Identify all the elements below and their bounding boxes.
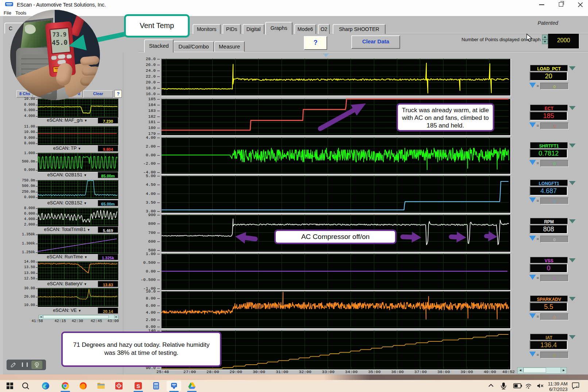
- pid-label-iat[interactable]: IAT: [530, 334, 568, 340]
- pid-label-vss[interactable]: VSS: [530, 257, 568, 263]
- left-scrollbar-right-arrow[interactable]: ►: [114, 315, 118, 318]
- mini-dropdown-icon[interactable]: ▼: [84, 201, 87, 205]
- pid-alarm-icon-sparkadv[interactable]: [529, 313, 536, 318]
- tab-digital[interactable]: Digital: [243, 24, 264, 34]
- pid-label-sparkadv[interactable]: SPARKADV: [530, 295, 568, 302]
- mini-channel-label-o2b1s2[interactable]: eSCAN: O2B1S2 ▼: [38, 200, 96, 205]
- main-time-label: 32:00: [297, 369, 314, 374]
- drive-icon[interactable]: [187, 381, 196, 390]
- mini-tick-dash: [36, 214, 38, 214]
- mini-tick-dash: [36, 132, 38, 133]
- pid-alarm-icon-rpm[interactable]: [529, 236, 536, 241]
- left-clear-button[interactable]: Clear: [83, 90, 113, 98]
- search-icon[interactable]: [21, 381, 30, 390]
- main-scrollbar[interactable]: ◄ ►: [517, 367, 567, 374]
- tab-o2[interactable]: O2: [318, 24, 330, 34]
- notification-icon[interactable]: [571, 382, 581, 391]
- chrome-icon[interactable]: [61, 381, 70, 390]
- calculator-icon[interactable]: [152, 381, 160, 390]
- edge-icon[interactable]: [41, 381, 50, 390]
- mini-tick-dash: [36, 186, 38, 187]
- start-icon[interactable]: [5, 381, 14, 390]
- camera-button[interactable]: [31, 361, 42, 369]
- mini-dropdown-icon[interactable]: ▼: [78, 309, 81, 313]
- mini-tick-label: 12.50: [11, 277, 35, 281]
- points-spinner-up[interactable]: [542, 35, 548, 39]
- pid-alarm-icon-ect[interactable]: [529, 122, 536, 128]
- mini-dropdown-icon[interactable]: ▼: [78, 147, 81, 150]
- left-scrollbar-thumb[interactable]: [43, 315, 109, 318]
- pid-dropdown-icon-rpm[interactable]: [569, 219, 576, 223]
- mini-channel-label-runtime[interactable]: eSCAN: RunTime ▼: [38, 254, 96, 259]
- tray-date[interactable]: 6/7/2023: [543, 387, 568, 392]
- mini-channel-label-tp[interactable]: eSCAN: TP ▼: [38, 146, 96, 151]
- tab-sharp-shooter[interactable]: Sharp SHOOTER: [333, 24, 386, 34]
- pid-dropdown-icon-load_pct[interactable]: [569, 66, 576, 70]
- pid-label-ect[interactable]: ECT: [530, 105, 568, 111]
- tray-time[interactable]: 11:39 AM: [543, 381, 568, 387]
- main-time-tick: [467, 367, 467, 369]
- main-panel-load_pct: [161, 58, 511, 96]
- points-value-box[interactable]: 2000: [548, 34, 579, 49]
- snagit-icon[interactable]: S: [134, 381, 143, 390]
- edit-icon[interactable]: [11, 362, 16, 368]
- main-tick-dash: [157, 306, 160, 306]
- pid-dropdown-icon-ect[interactable]: [569, 106, 576, 110]
- explorer-icon[interactable]: [97, 381, 105, 390]
- mini-dropdown-icon[interactable]: ▼: [84, 173, 87, 177]
- minimize-button[interactable]: [539, 4, 544, 5]
- firefox-icon[interactable]: [79, 381, 88, 390]
- tab-graphs[interactable]: Graphs: [265, 22, 293, 35]
- pid-alarm-icon-load_pct[interactable]: [529, 83, 536, 88]
- pause-button[interactable]: [22, 362, 28, 367]
- main-scrollbar-right-arrow[interactable]: ►: [561, 368, 566, 373]
- pid-dropdown-icon-longft1[interactable]: [569, 181, 576, 185]
- mini-channel-label-o2b1s1[interactable]: eSCAN: O2B1S1 ▼: [38, 172, 96, 177]
- pid-alarm-icon-vss[interactable]: [529, 275, 536, 280]
- tab-mode6[interactable]: Mode6: [294, 24, 316, 34]
- pid-dropdown-icon-shrtft1[interactable]: [569, 144, 576, 148]
- main-time-tick: [508, 367, 509, 369]
- clear-data-button[interactable]: Clear Data: [351, 35, 400, 49]
- main-time-tick: [490, 367, 490, 369]
- mini-channel-label-ve[interactable]: eSCAN: VE ▼: [38, 308, 96, 313]
- pid-dropdown-icon-vss[interactable]: [569, 258, 576, 262]
- main-scrollbar-thumb[interactable]: [523, 368, 546, 373]
- mini-channel-label-batteryv[interactable]: eSCAN: BatteryV ▼: [38, 281, 96, 286]
- mini-channel-label-maf-g-s[interactable]: eSCAN: MAF_g/s ▼: [38, 118, 96, 123]
- mini-dropdown-icon[interactable]: ▼: [87, 228, 90, 232]
- pid-dropdown-icon-sparkadv[interactable]: [569, 297, 576, 301]
- pid-label-shrtft1[interactable]: SHRTFT1: [530, 142, 568, 149]
- pivot-icon[interactable]: [115, 381, 123, 390]
- help-button[interactable]: ?: [304, 36, 327, 50]
- pid-label-longft1[interactable]: LONGFT1: [530, 180, 568, 186]
- main-scrollbar-left-arrow[interactable]: ◄: [518, 368, 523, 373]
- points-spinner-down[interactable]: [542, 39, 548, 44]
- main-time-label: 35:00: [365, 369, 383, 374]
- menu-file[interactable]: File: [4, 10, 11, 16]
- pid-alarm-icon-longft1[interactable]: [529, 197, 536, 203]
- main-tick-label: 4.00: [133, 191, 156, 196]
- pid-label-rpm[interactable]: RPM: [530, 218, 568, 224]
- subtab-measure[interactable]: Measure: [214, 41, 245, 52]
- mini-channel-label-totaltrimb1[interactable]: eSCAN: TotalTrimB1 ▼: [38, 227, 96, 232]
- pid-label-load_pct[interactable]: LOAD_PCT: [530, 65, 568, 71]
- subtab-stacked[interactable]: Stacked: [144, 39, 174, 52]
- mini-dropdown-icon[interactable]: ▼: [84, 119, 88, 122]
- left-time-label: 42:30: [69, 319, 85, 323]
- tab-monitors[interactable]: Monitors: [193, 24, 221, 34]
- mini-dropdown-icon[interactable]: ▼: [84, 282, 87, 286]
- left-help-button[interactable]: ?: [115, 90, 122, 98]
- pid-dropdown-icon-iat[interactable]: [569, 335, 576, 339]
- left-scrollbar-left-arrow[interactable]: ◄: [39, 315, 43, 318]
- menu-tools[interactable]: Tools: [15, 10, 26, 16]
- pid-alarm-icon-iat[interactable]: [529, 352, 536, 357]
- mini-tick-dash: [36, 267, 38, 268]
- close-button[interactable]: [577, 2, 583, 8]
- tab-pids[interactable]: PIDs: [223, 24, 241, 34]
- subtab-dual-combo[interactable]: Dual/Combo: [173, 41, 214, 52]
- pid-value-vss: 0: [530, 264, 568, 273]
- pid-alarm-icon-shrtft1[interactable]: [529, 160, 536, 165]
- taskbar-highlight-obd: [167, 381, 181, 391]
- mini-dropdown-icon[interactable]: ▼: [84, 255, 88, 259]
